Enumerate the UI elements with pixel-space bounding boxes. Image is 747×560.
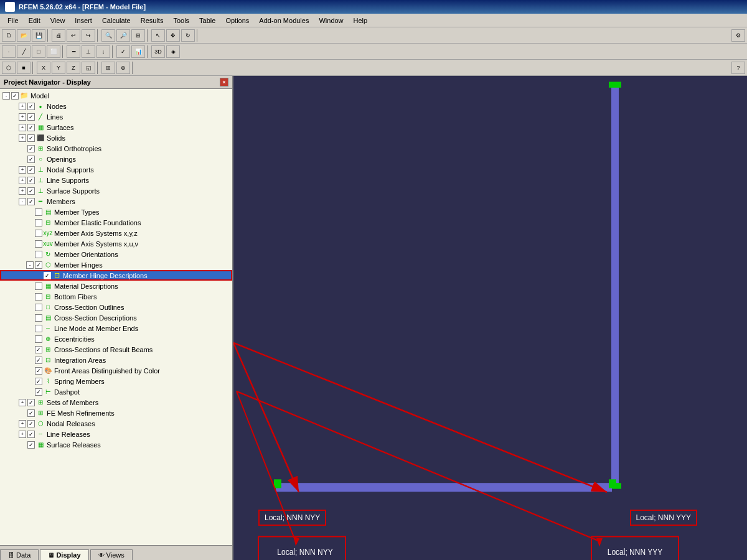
- tree-item-solid-ortho[interactable]: ⊞ Solid Orthotropies: [0, 143, 232, 154]
- tree-item-model[interactable]: - 📁 Model: [0, 90, 232, 101]
- tree-item-member-elastic[interactable]: ⊟ Member Elastic Foundations: [0, 217, 232, 228]
- menu-file[interactable]: File: [2, 16, 24, 26]
- xview-btn[interactable]: X: [37, 62, 50, 74]
- expand-members[interactable]: -: [19, 198, 26, 205]
- support-btn[interactable]: ⊥: [82, 45, 95, 58]
- grid-btn[interactable]: ⊞: [101, 62, 115, 74]
- expand-line-sup[interactable]: +: [19, 177, 26, 184]
- tree-item-dashpot[interactable]: ⊢ Dashpot: [0, 386, 232, 397]
- tree-item-front-areas[interactable]: 🎨 Front Areas Distinguished by Color: [0, 365, 232, 376]
- tree-item-member-hinges[interactable]: - ⬡ Member Hinges: [0, 259, 232, 270]
- redo-btn[interactable]: ↪: [82, 29, 95, 42]
- move-btn[interactable]: ✥: [166, 29, 180, 42]
- print-btn[interactable]: 🖨: [52, 29, 65, 42]
- menu-tools[interactable]: Tools: [168, 16, 194, 26]
- solid-btn[interactable]: ⬜: [47, 45, 60, 58]
- cb-member-orient[interactable]: [35, 251, 42, 258]
- tree-container[interactable]: - 📁 Model + ⬥ Nodes + ╱ Lines: [0, 89, 232, 545]
- expand-lines[interactable]: +: [19, 113, 26, 121]
- tree-item-axis-xyz[interactable]: xyz Member Axis Systems x,y,z: [0, 228, 232, 238]
- tree-item-cs-result[interactable]: ⊞ Cross-Sections of Result Beams: [0, 344, 232, 355]
- expand-surf-sup[interactable]: +: [19, 187, 26, 195]
- settings-btn[interactable]: ⚙: [731, 29, 745, 42]
- isoview-btn[interactable]: ◱: [82, 62, 95, 74]
- menu-view[interactable]: View: [45, 16, 70, 26]
- menu-addons[interactable]: Add-on Modules: [254, 16, 314, 26]
- tree-item-cs-outlines[interactable]: □ Cross-Section Outlines: [0, 302, 232, 312]
- surface-btn[interactable]: □: [32, 45, 45, 58]
- menu-results[interactable]: Results: [136, 16, 169, 26]
- cb-line-mode[interactable]: [35, 325, 42, 332]
- cb-cs-desc[interactable]: [35, 314, 42, 322]
- menu-insert[interactable]: Insert: [70, 16, 97, 26]
- line-btn[interactable]: ╱: [17, 45, 31, 58]
- expand-sets[interactable]: +: [19, 399, 26, 406]
- tree-item-member-hinge-desc[interactable]: ⊡ Member Hinge Descriptions: [0, 270, 232, 281]
- cb-bottom-fibers[interactable]: [35, 293, 42, 301]
- cb-line-sup[interactable]: [27, 177, 35, 184]
- zoom-out-btn[interactable]: 🔎: [116, 29, 130, 42]
- menu-edit[interactable]: Edit: [24, 16, 45, 26]
- tree-item-line-supports[interactable]: + ⊥ Line Supports: [0, 175, 232, 185]
- cb-member-hinges[interactable]: [35, 261, 42, 269]
- tab-data[interactable]: 🗄 Data: [0, 549, 39, 560]
- save-btn[interactable]: 💾: [32, 29, 45, 42]
- cb-eccentricities[interactable]: [35, 335, 42, 343]
- tree-item-openings[interactable]: ○ Openings: [0, 154, 232, 164]
- cb-front-areas[interactable]: [35, 367, 42, 375]
- yview-btn[interactable]: Y: [52, 62, 65, 74]
- cb-dashpot[interactable]: [35, 388, 42, 396]
- tree-item-surfaces[interactable]: + ▦ Surfaces: [0, 122, 232, 133]
- expand-solids[interactable]: +: [19, 134, 26, 142]
- undo-btn[interactable]: ↩: [67, 29, 80, 42]
- cb-material-desc[interactable]: [35, 282, 42, 290]
- results-btn[interactable]: 📊: [131, 45, 145, 58]
- cb-axis-xuv[interactable]: [35, 240, 42, 248]
- cb-solids[interactable]: [27, 134, 35, 142]
- menu-options[interactable]: Options: [220, 16, 254, 26]
- tree-item-member-orient[interactable]: ↻ Member Orientations: [0, 249, 232, 259]
- cb-line-rel[interactable]: [27, 431, 35, 438]
- cb-hinge-desc[interactable]: [44, 272, 51, 279]
- tree-item-eccentricities[interactable]: ⊕ Eccentricities: [0, 334, 232, 344]
- tree-item-spring-members[interactable]: ⌇ Spring Members: [0, 376, 232, 386]
- tree-item-surface-releases[interactable]: ▦ Surface Releases: [0, 439, 232, 450]
- cb-ortho[interactable]: [27, 145, 35, 152]
- tree-item-surface-supports[interactable]: + ⊥ Surface Supports: [0, 185, 232, 196]
- member-btn[interactable]: ━: [67, 45, 80, 58]
- check-btn[interactable]: ✓: [116, 45, 130, 58]
- menu-table[interactable]: Table: [194, 16, 220, 26]
- open-btn[interactable]: 📂: [17, 29, 31, 42]
- expand-nodes[interactable]: +: [19, 103, 26, 110]
- expand-hinges[interactable]: -: [26, 261, 34, 269]
- cb-surf-sup[interactable]: [27, 187, 35, 195]
- load-btn[interactable]: ↓: [96, 45, 110, 58]
- cb-lines[interactable]: [27, 113, 35, 121]
- new-btn[interactable]: 🗋: [2, 29, 16, 42]
- node-btn[interactable]: ·: [2, 45, 16, 58]
- cb-cs-outlines[interactable]: [35, 304, 42, 311]
- tree-item-member-types[interactable]: ▤ Member Types: [0, 207, 232, 217]
- tab-display[interactable]: 🖥 Display: [40, 549, 88, 560]
- cb-members[interactable]: [27, 198, 35, 205]
- expand-line-rel[interactable]: +: [19, 431, 26, 438]
- expand-nodal-rel[interactable]: +: [19, 420, 26, 427]
- cb-axis-xyz[interactable]: [35, 230, 42, 237]
- tree-item-members[interactable]: - ━ Members: [0, 196, 232, 207]
- cb-sets[interactable]: [27, 399, 35, 406]
- tab-views[interactable]: 👁 Views: [90, 549, 133, 560]
- zview-btn[interactable]: Z: [67, 62, 80, 74]
- tree-item-cs-desc[interactable]: ▤ Cross-Section Descriptions: [0, 312, 232, 323]
- cb-nodal-rel[interactable]: [27, 420, 35, 427]
- tree-item-lines[interactable]: + ╱ Lines: [0, 111, 232, 122]
- tree-item-nodal-supports[interactable]: + ⊥ Nodal Supports: [0, 164, 232, 175]
- tree-item-line-mode[interactable]: ╌ Line Mode at Member Ends: [0, 323, 232, 334]
- select-btn[interactable]: ↖: [151, 29, 165, 42]
- tree-item-sets-of-members[interactable]: + ⊞ Sets of Members: [0, 397, 232, 408]
- menu-help[interactable]: Help: [349, 16, 373, 26]
- cb-surfaces[interactable]: [27, 124, 35, 131]
- cb-fe-mesh[interactable]: [27, 409, 35, 417]
- panel-close-btn[interactable]: ×: [220, 78, 228, 86]
- solid2-btn[interactable]: ■: [17, 62, 31, 74]
- tree-item-solids[interactable]: + ⬛ Solids: [0, 133, 232, 143]
